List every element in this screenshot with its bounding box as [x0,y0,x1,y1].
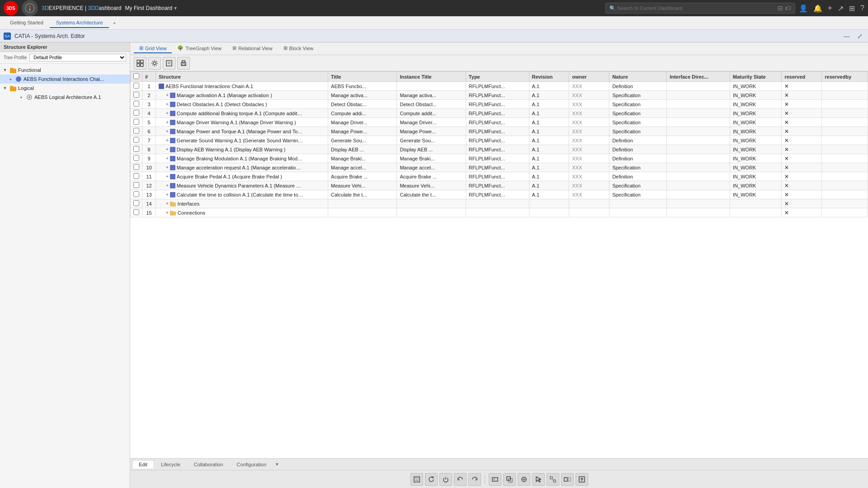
bottom-tab-configuration[interactable]: Configuration [230,460,273,469]
tree-node-functional[interactable]: ▼ Functional [0,66,130,75]
table-row[interactable]: 4 + Compute additional Braking torque A.… [131,109,868,118]
col-title[interactable]: Title [328,72,397,82]
grid-container[interactable]: # Structure Title Instance Title Type Re… [130,71,868,458]
notification-icon[interactable]: 🔔 [813,4,822,13]
bottom-tab-edit[interactable]: Edit [132,460,154,469]
col-interface-dir[interactable]: Interface Direc... [667,72,730,82]
minimize-button[interactable]: — [842,33,852,40]
row-expand-icon[interactable]: + [166,165,169,170]
row-expand-icon[interactable]: + [166,111,169,116]
export-button[interactable] [163,57,175,70]
tree-node-aebs-functional[interactable]: + AEBS Functional Interactions Chai... [0,75,130,84]
row-check[interactable] [131,172,142,181]
row-check[interactable] [131,163,142,172]
bt-group[interactable] [561,473,574,486]
col-instance-title[interactable]: Instance Title [397,72,466,82]
table-row[interactable]: 1 AEBS Functional Interactions Chain A.1… [131,82,868,91]
col-maturity[interactable]: Maturity State [730,72,782,82]
bottom-tab-more[interactable]: ▾ [273,460,281,469]
tab-getting-started[interactable]: Getting Started [4,18,50,28]
tree-profile-select[interactable]: Default Profile [29,54,126,61]
tab-block-view[interactable]: ⊞ Block View [278,44,319,53]
table-row[interactable]: 7 + Generate Sound Warning A.1 (Generate… [131,136,868,145]
search-input[interactable] [618,5,778,11]
table-row[interactable]: 10 + Manage acceleration request A.1 (Ma… [131,163,868,172]
row-check[interactable] [131,127,142,136]
compass-widget[interactable] [22,0,38,16]
row-check[interactable] [131,118,142,127]
table-row[interactable]: 12 + Measure Vehicle Dynamics Parameters… [131,181,868,190]
select-all-checkbox[interactable] [133,73,139,79]
tab-relational-view[interactable]: ⊞ Relational View [227,44,278,53]
row-check[interactable] [131,91,142,100]
col-owner[interactable]: owner [569,72,609,82]
add-icon[interactable]: + [828,4,833,13]
filter-icon[interactable]: ⊟ [778,5,783,12]
row-check[interactable] [131,190,142,199]
table-row[interactable]: 5 + Manage Driver Warning A.1 (Manage Dr… [131,118,868,127]
logical-add-toggle[interactable]: + [18,94,24,100]
tab-grid-view[interactable]: ⊞ Grid View [134,44,172,53]
tab-add-button[interactable]: + [109,18,120,28]
table-row[interactable]: 9 + Manage Braking Modulation A.1 (Manag… [131,154,868,163]
tab-treegraph-view[interactable]: 🌳 TreeGraph View [172,44,226,53]
row-check[interactable] [131,145,142,154]
col-reservedby[interactable]: reservedby [822,72,868,82]
tree-toggle-functional[interactable]: ▼ [2,67,8,73]
tree-node-aebs-logical[interactable]: + AEBS Logical Architecture A.1 [0,93,130,102]
table-row[interactable]: 14 + Interfaces ✕ [131,199,868,208]
bt-export[interactable] [576,473,588,486]
row-check[interactable] [131,208,142,217]
row-check[interactable] [131,100,142,109]
bt-deselect[interactable] [547,473,559,486]
row-expand-icon[interactable]: + [166,210,169,215]
row-expand-icon[interactable]: + [166,201,169,206]
add-toggle[interactable]: + [7,76,14,82]
row-check[interactable] [131,109,142,118]
bt-power[interactable] [439,473,452,486]
bt-draw-rect[interactable] [489,473,501,486]
table-row[interactable]: 6 + Manage Power and Torque A.1 (Manage … [131,127,868,136]
col-revision[interactable]: Revision [529,72,569,82]
row-expand-icon[interactable]: + [166,138,169,143]
row-check[interactable] [131,181,142,190]
tree-toggle-logical[interactable]: ▼ [2,85,8,91]
col-structure[interactable]: Structure [156,72,328,82]
row-expand-icon[interactable]: + [166,183,169,188]
col-check[interactable] [131,72,142,82]
settings-button[interactable] [148,57,161,70]
share-icon[interactable]: ↗ [838,4,844,13]
table-row[interactable]: 11 + Acquire Brake Pedal A.1 (Acquire Br… [131,172,868,181]
row-expand-icon[interactable]: + [166,129,169,134]
col-type[interactable]: Type [466,72,529,82]
tag-icon[interactable]: 🏷 [785,5,791,12]
row-expand-icon[interactable]: + [166,156,169,161]
bottom-tab-collaboration[interactable]: Collaboration [187,460,230,469]
bt-redo[interactable] [468,473,481,486]
row-expand-icon[interactable]: + [166,102,169,107]
maximize-button[interactable]: ⤢ [855,33,864,40]
table-row[interactable]: 8 + Display AEB Warning A.1 (Display AEB… [131,145,868,154]
bt-save[interactable] [410,473,423,486]
bottom-tab-lifecycle[interactable]: Lifecycle [154,460,187,469]
row-check[interactable] [131,82,142,91]
bt-refresh[interactable] [425,473,438,486]
user-icon[interactable]: 👤 [799,4,808,13]
print-button[interactable] [177,57,190,70]
table-row[interactable]: 3 + Detect Obstacles A.1 (Detect Obstacl… [131,100,868,109]
row-check[interactable] [131,154,142,163]
search-bar[interactable]: 🔍 ⊟ 🏷 [605,3,795,14]
bt-undo[interactable] [454,473,467,486]
row-check[interactable] [131,199,142,208]
row-check[interactable] [131,136,142,145]
bt-transform[interactable] [518,473,530,486]
row-expand-icon[interactable]: + [166,120,169,125]
row-expand-icon[interactable]: + [166,192,169,197]
col-reserved[interactable]: reserved [782,72,822,82]
table-row[interactable]: 2 + Manage activation A.1 (Manage activa… [131,91,868,100]
col-nature[interactable]: Nature [609,72,667,82]
apps-icon[interactable]: ⊞ [849,4,855,13]
table-row[interactable]: 13 + Calculate the time to collision A.1… [131,190,868,199]
row-expand-icon[interactable]: + [166,93,169,98]
row-expand-icon[interactable]: + [166,147,169,152]
